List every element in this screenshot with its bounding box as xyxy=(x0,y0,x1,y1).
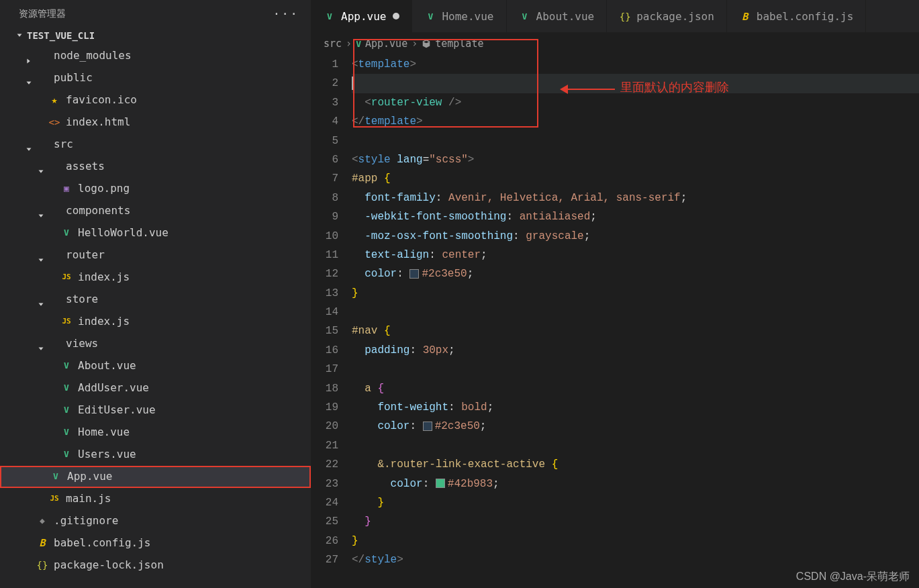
editor-tabs: VApp.vueVHome.vueVAbout.vue{}package.jso… xyxy=(311,0,919,32)
editor-tab[interactable]: Bbabel.config.js xyxy=(727,0,867,32)
code-line[interactable]: } xyxy=(352,532,919,550)
file-item[interactable]: VHelloWorld.vue xyxy=(0,222,311,244)
project-header[interactable]: TEST_VUE_CLI xyxy=(0,28,311,45)
editor-tab[interactable]: VAbout.vue xyxy=(507,0,608,32)
file-item[interactable]: VEditUser.vue xyxy=(0,399,311,422)
file-item[interactable]: VHome.vue xyxy=(0,422,311,444)
symbol-icon xyxy=(422,39,431,48)
tab-label: package.json xyxy=(636,10,714,23)
breadcrumb-file[interactable]: App.vue xyxy=(365,38,407,50)
chevron-right-icon: › xyxy=(346,38,352,50)
code-line[interactable]: font-weight: bold; xyxy=(352,398,919,417)
tree-item-label: assets xyxy=(66,156,105,178)
explorer-more-icon[interactable]: ··· xyxy=(273,7,299,21)
folder-item[interactable]: store xyxy=(0,289,311,311)
editor-tab[interactable]: {}package.json xyxy=(607,0,727,32)
file-tree: node_modulespublic★favicon.ico<>index.ht… xyxy=(0,45,311,577)
code-line[interactable]: &.router-link-exact-active { xyxy=(352,455,919,474)
vue-icon: V xyxy=(50,471,62,483)
js-icon: JS xyxy=(60,272,72,284)
tree-item-label: index.js xyxy=(78,311,130,333)
html-icon: <> xyxy=(48,117,60,129)
tree-item-label: views xyxy=(66,333,98,355)
folder-item[interactable]: router xyxy=(0,244,311,266)
file-item[interactable]: VUsers.vue xyxy=(0,444,311,466)
code-line[interactable]: <style lang="scss"> xyxy=(352,150,919,169)
vue-icon: V xyxy=(60,383,72,395)
tree-item-label: logo.png xyxy=(78,178,130,200)
file-item[interactable]: JSindex.js xyxy=(0,311,311,333)
code-line[interactable]: -webkit-font-smoothing: antialiased; xyxy=(352,207,919,226)
folder-item[interactable]: components xyxy=(0,200,311,222)
explorer-title: 资源管理器 xyxy=(19,8,66,20)
chevron-down-icon xyxy=(24,74,34,83)
tree-item-label: node_modules xyxy=(54,45,132,67)
file-item[interactable]: JSindex.js xyxy=(0,266,311,289)
tree-item-label: index.html xyxy=(66,111,130,134)
code-line[interactable]: -moz-osx-font-smoothing: grayscale; xyxy=(352,227,919,246)
code-line[interactable] xyxy=(352,360,919,379)
file-item[interactable]: JSmain.js xyxy=(0,488,311,510)
code-editor[interactable]: 1234567891011121314151617181920212223242… xyxy=(311,55,919,583)
folder-item[interactable]: node_modules xyxy=(0,45,311,67)
chevron-right-icon xyxy=(24,52,34,61)
code-line[interactable]: <template> xyxy=(352,55,919,74)
breadcrumbs[interactable]: src › V App.vue › template xyxy=(311,32,919,55)
code-line[interactable] xyxy=(352,303,919,322)
vue-icon: V xyxy=(519,11,531,23)
code-line[interactable]: </style> xyxy=(352,550,919,569)
tree-item-label: store xyxy=(66,289,98,311)
chevron-down-icon xyxy=(15,31,24,40)
code-line[interactable]: color: #2c3e50; xyxy=(352,264,919,283)
code-line[interactable]: color: #42b983; xyxy=(352,475,919,493)
line-gutter: 1234567891011121314151617181920212223242… xyxy=(311,55,352,570)
babel-icon: B xyxy=(739,11,751,23)
file-item[interactable]: ★favicon.ico xyxy=(0,89,311,111)
folder-item[interactable]: assets xyxy=(0,156,311,178)
folder-item[interactable]: views xyxy=(0,333,311,355)
code-line[interactable]: color: #2c3e50; xyxy=(352,417,919,436)
file-item[interactable]: VAbout.vue xyxy=(0,355,311,377)
editor-area: VApp.vueVHome.vueVAbout.vue{}package.jso… xyxy=(311,0,919,588)
file-item[interactable]: ▣logo.png xyxy=(0,178,311,200)
explorer-sidebar: 资源管理器 ··· TEST_VUE_CLI node_modulespubli… xyxy=(0,0,311,588)
file-item[interactable]: {}package-lock.json xyxy=(0,554,311,577)
code-line[interactable]: } xyxy=(352,284,919,303)
tree-item-label: App.vue xyxy=(67,466,112,488)
folder-item[interactable]: public xyxy=(0,67,311,89)
editor-tab[interactable]: VHome.vue xyxy=(412,0,506,32)
code-line[interactable]: } xyxy=(352,512,919,531)
chevron-right-icon: › xyxy=(412,38,418,50)
code-line[interactable] xyxy=(352,436,919,455)
editor-tab[interactable]: VApp.vue xyxy=(311,0,412,32)
file-item[interactable]: <>index.html xyxy=(0,111,311,134)
js-icon: JS xyxy=(48,493,60,505)
code-line[interactable]: font-family: Avenir, Helvetica, Arial, s… xyxy=(352,189,919,207)
vue-icon: V xyxy=(60,405,72,417)
tree-item-label: src xyxy=(54,134,73,156)
folder-item[interactable]: src xyxy=(0,134,311,156)
tab-label: App.vue xyxy=(341,10,386,23)
breadcrumb-src[interactable]: src xyxy=(324,38,342,50)
chevron-down-icon xyxy=(36,162,46,172)
code-line[interactable]: #nav { xyxy=(352,322,919,340)
code-line[interactable] xyxy=(352,132,919,150)
tree-item-label: HelloWorld.vue xyxy=(78,222,168,244)
tab-label: About.vue xyxy=(536,10,595,23)
code-line[interactable]: } xyxy=(352,493,919,512)
code-line[interactable]: padding: 30px; xyxy=(352,341,919,360)
vue-icon: V xyxy=(60,360,72,373)
vue-icon: V xyxy=(424,11,436,23)
file-item[interactable]: Bbabel.config.js xyxy=(0,532,311,554)
file-item[interactable]: ◆.gitignore xyxy=(0,510,311,532)
file-item[interactable]: VAddUser.vue xyxy=(0,377,311,399)
code-line[interactable]: text-align: center; xyxy=(352,246,919,264)
code-line[interactable]: </template> xyxy=(352,112,919,131)
file-item[interactable]: VApp.vue xyxy=(0,466,311,488)
code-line[interactable]: #app { xyxy=(352,169,919,188)
breadcrumb-symbol[interactable]: template xyxy=(435,38,483,50)
code-lines[interactable]: 里面默认的内容删除 <template> <router-view /></te… xyxy=(352,55,919,570)
code-line[interactable]: a { xyxy=(352,379,919,398)
chevron-down-icon xyxy=(36,207,46,216)
chevron-down-icon xyxy=(36,251,46,260)
